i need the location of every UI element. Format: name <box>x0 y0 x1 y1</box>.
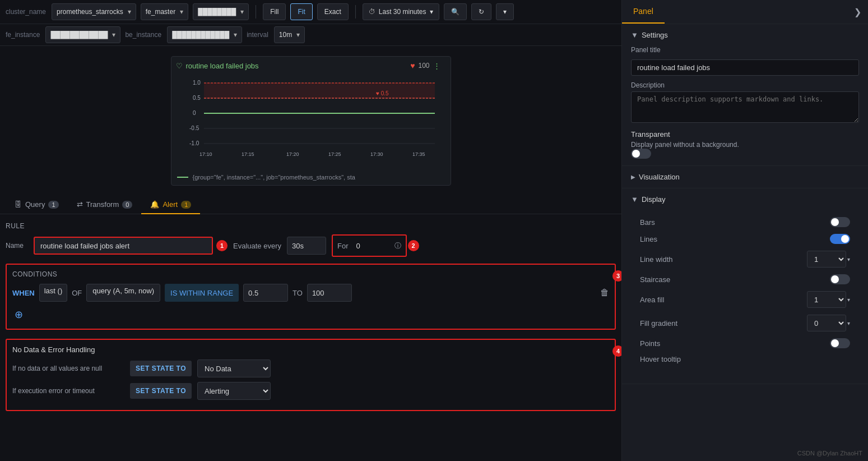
svg-text:17:35: 17:35 <box>412 151 425 157</box>
toolbar-divider-1 <box>256 5 256 19</box>
chart-wrapper: ♡ routine load failed jobs ♥ 100 ⋮ 1.0 0… <box>0 50 621 191</box>
svg-text:-0.5: -0.5 <box>189 125 199 131</box>
time-picker[interactable]: ⏱ Last 30 minutes ▾ <box>363 3 439 20</box>
func-select[interactable]: last () <box>39 284 68 302</box>
lines-toggle[interactable] <box>830 234 850 244</box>
db-icon: 🗄 <box>15 200 22 209</box>
for-label: For <box>337 242 349 250</box>
no-data-state-select[interactable]: No Data Alerting Keep Last State OK <box>197 359 271 377</box>
transparent-toggle[interactable] <box>631 149 651 159</box>
set-state-btn-1[interactable]: SET STATE TO <box>130 361 192 376</box>
tab-alert[interactable]: 🔔 Alert 1 <box>141 196 200 214</box>
settings-section-header[interactable]: ▼ Settings <box>631 31 859 39</box>
chart-panel: ♡ routine load failed jobs ♥ 100 ⋮ 1.0 0… <box>171 56 451 186</box>
more-options-button[interactable]: ▾ <box>496 3 514 20</box>
query-func: query (A, 5m, now) <box>86 284 160 302</box>
svg-rect-13 <box>204 83 435 98</box>
name-label: Name <box>6 242 28 250</box>
evaluate-interval-input[interactable] <box>287 237 326 255</box>
lines-toggle-knob <box>841 235 849 243</box>
error-handling-box: No Data & Error Handling If no data or a… <box>6 339 616 411</box>
line-width-select[interactable]: 1 2 3 <box>807 251 846 268</box>
anon-select[interactable]: ████████ ▾ <box>193 3 249 20</box>
fill-button[interactable]: Fill <box>263 3 286 20</box>
alert-badge: 1 <box>181 201 191 209</box>
area-fill-row: Area fill 1 0 2 ▾ <box>640 291 850 308</box>
svg-text:17:15: 17:15 <box>242 151 254 157</box>
delete-condition-icon[interactable]: 🗑 <box>600 288 609 298</box>
svg-text:17:10: 17:10 <box>199 151 212 157</box>
rule-row: Name 1 Evaluate every For ⓘ 2 <box>6 234 616 257</box>
visualization-section[interactable]: ▶ Visualization <box>622 166 868 188</box>
badge-4: 4 <box>612 345 621 357</box>
staircase-toggle-knob <box>831 275 839 283</box>
bars-toggle[interactable] <box>830 217 850 227</box>
points-toggle[interactable] <box>830 338 850 348</box>
line-width-row: Line width 1 2 3 ▾ <box>640 251 850 268</box>
to-value-input[interactable] <box>307 284 352 302</box>
evaluate-label: Evaluate every <box>233 242 281 250</box>
panel-title-label: Panel title <box>631 46 693 54</box>
rule-name-input[interactable] <box>34 237 213 255</box>
display-section-header[interactable]: ▼ Display <box>631 195 859 204</box>
panel-title-input[interactable] <box>631 59 859 76</box>
tab-transform[interactable]: ⇄ Transform 0 <box>68 196 142 214</box>
transparent-label: Transparent <box>631 130 859 139</box>
fe-instance-select[interactable]: ████████████ ▾ <box>45 26 120 43</box>
points-toggle-knob <box>831 339 839 347</box>
transparent-section: Transparent Display panel without a back… <box>631 130 859 159</box>
panel-collapse-button[interactable]: ❯ <box>847 2 868 22</box>
set-state-btn-2[interactable]: SET STATE TO <box>130 383 192 399</box>
exec-error-state-select[interactable]: Alerting Keep Last State OK <box>197 382 271 400</box>
cluster-label: cluster_name <box>6 8 46 16</box>
query-badge: 1 <box>48 201 58 209</box>
svg-text:0: 0 <box>193 110 196 116</box>
exact-button[interactable]: Exact <box>317 3 349 20</box>
rule-section-label: Rule <box>6 222 616 230</box>
to-label: TO <box>293 289 303 297</box>
refresh-button[interactable]: ↻ <box>471 3 491 20</box>
be-instance-label: be_instance <box>125 31 161 39</box>
transform-icon: ⇄ <box>77 200 83 209</box>
add-condition-button[interactable]: ⊕ <box>12 306 25 323</box>
interval-select[interactable]: 10m ▾ <box>274 26 305 43</box>
area-fill-select[interactable]: 1 0 2 <box>807 291 846 308</box>
exec-error-row: If execution error or timeout SET STATE … <box>12 382 609 400</box>
from-value-input[interactable] <box>243 284 288 302</box>
threshold-value-1: 100 <box>418 62 429 70</box>
top-toolbar: cluster_name prometheus_starrocks ▾ fe_m… <box>0 0 621 24</box>
for-value-input[interactable] <box>352 237 391 255</box>
conditions-label: Conditions <box>12 270 609 278</box>
display-chevron: ▼ <box>631 195 638 204</box>
fill-gradient-select[interactable]: 0 1 2 <box>807 315 846 331</box>
chart-title: ♡ routine load failed jobs ♥ 100 ⋮ <box>171 57 451 75</box>
be-instance-select[interactable]: ████████████ ▾ <box>167 26 242 43</box>
svg-text:-1.0: -1.0 <box>189 140 199 146</box>
display-section: ▼ Display Bars Lines Line width <box>622 188 868 384</box>
chart-svg-container: 1.0 0.5 0 -0.5 -1.0 ♥ 0.5 <box>171 75 451 172</box>
info-icon[interactable]: ⓘ <box>394 241 401 251</box>
badge-2: 2 <box>408 240 419 251</box>
error-section-title: No Data & Error Handling <box>12 345 609 354</box>
cluster-select[interactable]: prometheus_starrocks ▾ <box>52 3 136 20</box>
conditions-row: WHEN last () OF query (A, 5m, now) IS WI… <box>12 284 609 302</box>
bell-icon: 🔔 <box>150 200 159 209</box>
svg-text:1.0: 1.0 <box>193 80 201 86</box>
fe-master-arrow: ▾ <box>180 8 183 16</box>
points-row: Points <box>640 338 850 348</box>
watermark: CSDN @Dylan ZhaoHT <box>797 450 862 457</box>
fit-button[interactable]: Fit <box>290 3 312 20</box>
description-textarea[interactable] <box>631 91 859 123</box>
exec-error-label: If execution error or timeout <box>12 387 124 395</box>
second-toolbar: fe_instance ████████████ ▾ be_instance █… <box>0 24 621 46</box>
tab-query[interactable]: 🗄 Query 1 <box>6 196 68 214</box>
bars-label: Bars <box>640 218 830 227</box>
line-width-chevron: ▾ <box>847 256 850 262</box>
fe-master-select[interactable]: fe_master ▾ <box>141 3 188 20</box>
zoom-out-button[interactable]: 🔍 <box>444 3 467 20</box>
svg-text:17:25: 17:25 <box>328 151 341 157</box>
staircase-toggle[interactable] <box>830 274 850 284</box>
panel-tab[interactable]: Panel <box>622 0 665 24</box>
area-fill-chevron: ▾ <box>847 297 850 303</box>
more-icon[interactable]: ⋮ <box>433 62 440 70</box>
